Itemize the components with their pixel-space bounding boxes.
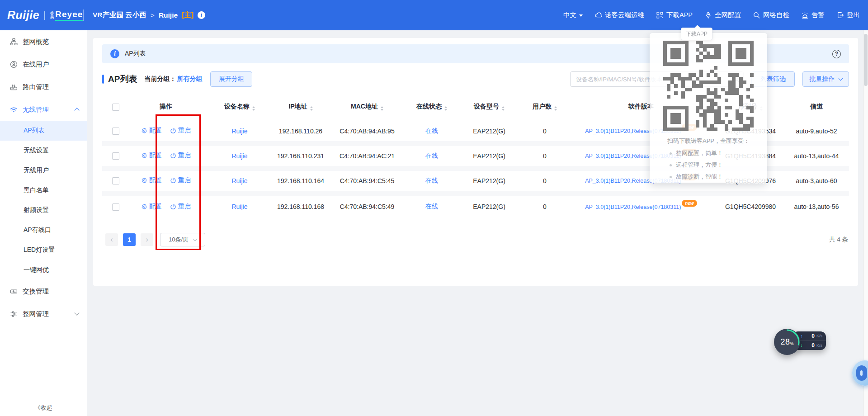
sort-icon[interactable] xyxy=(502,106,505,111)
config-action[interactable]: 配置 xyxy=(141,127,162,135)
network-config-button[interactable]: 全网配置 xyxy=(704,11,741,19)
page-size-select[interactable]: 10条/页 xyxy=(160,233,205,246)
help-icon[interactable]: ? xyxy=(832,50,841,58)
ip-address: 192.168.110.164 xyxy=(277,177,324,184)
device-name-link[interactable]: Ruijie xyxy=(231,152,247,160)
row-checkbox[interactable] xyxy=(112,203,119,211)
sidebar-label: 路由管理 xyxy=(23,83,49,91)
sidebar-item-online-users[interactable]: 在线用户 xyxy=(0,53,87,76)
sort-icon[interactable] xyxy=(381,106,383,111)
serial-number: G1QH5C4209980 xyxy=(725,203,776,210)
device-name-link[interactable]: Ruijie xyxy=(231,177,247,184)
sidebar-collapse-button[interactable]: 《收起 xyxy=(0,399,87,416)
gear-icon xyxy=(141,128,147,134)
download-app-button[interactable]: 下载APP xyxy=(656,11,693,19)
config-action[interactable]: 配置 xyxy=(141,151,162,160)
brand-logo[interactable]: Ruijie | 睿易 Reyee xyxy=(0,9,81,22)
sidebar-item-router-mgmt[interactable]: 路由管理 xyxy=(0,76,87,98)
breadcrumb-separator: > xyxy=(151,11,155,19)
breadcrumb-network[interactable]: VR产业园 云小西 xyxy=(93,10,146,20)
device-name-link[interactable]: Ruijie xyxy=(231,128,247,135)
qr-code-icon xyxy=(656,11,664,19)
expand-group-button[interactable]: 展开分组 xyxy=(210,71,252,87)
select-all-checkbox[interactable] xyxy=(112,104,119,111)
reboot-action[interactable]: 重启 xyxy=(170,127,191,135)
sidebar-item-wireless-settings[interactable]: 无线设置 xyxy=(0,141,87,161)
header-menu: 中文 诺客云端运维 下载APP 全网配置 网络自检 告警 登出 xyxy=(563,11,868,19)
sidebar-item-blacklist[interactable]: 黑白名单 xyxy=(0,180,87,200)
page-title: AP列表 xyxy=(108,73,137,85)
alarm-button[interactable]: 告警 xyxy=(801,11,825,19)
sort-icon[interactable] xyxy=(310,106,313,111)
channel: auto-9,auto-52 xyxy=(796,128,837,135)
gear-icon xyxy=(141,203,147,210)
row-checkbox[interactable] xyxy=(112,177,119,184)
user-count: 0 xyxy=(543,128,547,135)
reboot-action[interactable]: 重启 xyxy=(170,151,191,160)
col-ip[interactable]: IP地址 xyxy=(277,98,325,118)
config-action[interactable]: 配置 xyxy=(141,203,162,211)
logout-button[interactable]: 登出 xyxy=(836,11,860,19)
download-speed-unit: K/s xyxy=(816,343,822,348)
bullet-dot-icon xyxy=(670,164,672,166)
logout-icon xyxy=(836,11,844,19)
next-page-button[interactable]: › xyxy=(141,233,153,246)
sidebar-item-wireless-users[interactable]: 无线用户 xyxy=(0,161,87,180)
scrollbar-thumb[interactable] xyxy=(864,34,868,86)
reboot-action[interactable]: 重启 xyxy=(170,176,191,184)
user-icon xyxy=(10,61,18,68)
sidebar-item-rf-settings[interactable]: 射频设置 xyxy=(0,200,87,220)
cloud-ops-button[interactable]: 诺客云端运维 xyxy=(594,11,644,19)
language-selector[interactable]: 中文 xyxy=(563,11,583,19)
col-status[interactable]: 在线状态 xyxy=(410,98,454,118)
sidebar-sublabel: AP有线口 xyxy=(24,226,51,234)
user-count: 0 xyxy=(543,203,547,210)
prev-page-button[interactable]: ‹ xyxy=(105,233,118,246)
sort-icon[interactable] xyxy=(444,106,447,111)
download-app-tooltip: 下载APP xyxy=(681,28,712,40)
tooltip-label: 下载APP xyxy=(686,30,708,38)
firmware-version-link[interactable]: AP_3.0(1)B11P20,Release(07180311) xyxy=(585,204,681,210)
channel-usage-gauge[interactable]: 28 % xyxy=(774,329,800,355)
device-info-icon[interactable]: i xyxy=(198,11,205,19)
config-action[interactable]: 配置 xyxy=(141,176,162,184)
sidebar-item-network-mgmt[interactable]: 整网管理 xyxy=(0,303,87,325)
sidebar-item-ap-list[interactable]: AP列表 xyxy=(0,121,87,141)
sidebar-item-wireless-mgmt[interactable]: 无线管理 xyxy=(0,98,87,121)
row-checkbox[interactable] xyxy=(112,152,119,160)
language-label: 中文 xyxy=(563,11,576,19)
wifi-icon xyxy=(10,106,18,113)
sort-icon[interactable] xyxy=(554,106,557,111)
top-header: Ruijie | 睿易 Reyee VR产业园 云小西 > Ruijie [主]… xyxy=(0,0,868,30)
new-badge: new xyxy=(682,200,697,207)
batch-action-button[interactable]: 批量操作 xyxy=(802,71,849,87)
breadcrumb-device[interactable]: Ruijie xyxy=(159,11,178,19)
assistant-mascot[interactable] xyxy=(852,360,868,386)
sidebar-item-led-settings[interactable]: LED灯设置 xyxy=(0,240,87,260)
scrollbar-track[interactable] xyxy=(863,30,868,416)
topology-icon xyxy=(10,38,18,46)
status-badge: 在线 xyxy=(425,127,438,134)
col-users[interactable]: 用户数 xyxy=(524,98,565,118)
sidebar-item-switch-mgmt[interactable]: 交换管理 xyxy=(0,280,87,303)
mac-address: C4:70:AB:94:C5:49 xyxy=(340,203,395,210)
sidebar-item-ap-wired-port[interactable]: AP有线口 xyxy=(0,220,87,240)
col-model[interactable]: 设备型号 xyxy=(454,98,524,118)
col-mac[interactable]: MAC地址 xyxy=(325,98,410,118)
sidebar-item-one-key-optimize[interactable]: 一键网优 xyxy=(0,260,87,280)
mascot-eye xyxy=(860,370,863,376)
popup-bullet-list: 整网配置，简单！ 远程管理，方便！ 故障诊断，智能！ xyxy=(670,147,747,183)
sort-icon[interactable] xyxy=(252,106,255,111)
row-checkbox[interactable] xyxy=(112,128,119,135)
sidebar: 整网概览 在线用户 路由管理 无线管理 AP列表 无线设置 无线用户 黑白名单 … xyxy=(0,30,87,416)
col-device-name[interactable]: 设备名称 xyxy=(203,98,277,118)
rocket-icon xyxy=(704,11,712,19)
reboot-action[interactable]: 重启 xyxy=(170,203,191,211)
bullet-dot-icon xyxy=(670,152,672,155)
network-check-button[interactable]: 网络自检 xyxy=(753,11,789,19)
current-group-value[interactable]: 所有分组 xyxy=(177,75,202,83)
current-page-button[interactable]: 1 xyxy=(123,233,136,246)
device-name-link[interactable]: Ruijie xyxy=(231,203,247,210)
sidebar-item-network-overview[interactable]: 整网概览 xyxy=(0,30,87,53)
pagination: ‹ 1 › 10条/页 共 4 条 xyxy=(102,233,849,246)
